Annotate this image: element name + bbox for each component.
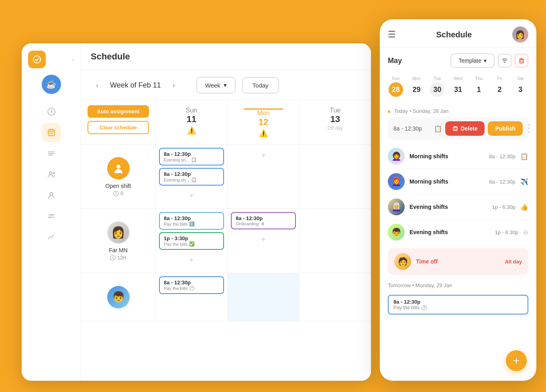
fab-icon: + — [513, 354, 520, 367]
cal-day-num-sun: 28 — [389, 82, 403, 97]
cal-day-num-fri: 2 — [492, 82, 507, 97]
shift-icon-3: 👍 — [520, 203, 528, 211]
shift-avatar-3: 👩‍🦳 — [388, 198, 405, 215]
tue-off-day-label: Off day — [303, 125, 368, 131]
cal-day-name-mon: Mon — [412, 76, 421, 81]
week-label: Week of Feb 11 — [110, 81, 161, 90]
add-shift-mon-open[interactable]: + — [231, 151, 296, 160]
sidebar-item-reports[interactable] — [42, 102, 61, 121]
trash-button[interactable] — [515, 54, 528, 67]
sidebar-item-analytics[interactable] — [42, 227, 61, 247]
open-shift-hours: 0 — [113, 191, 123, 196]
tue-day-name: Tue — [303, 107, 368, 114]
open-shift-mon-cell: + — [227, 145, 299, 208]
clear-schedule-button[interactable]: Clear schedule — [88, 121, 149, 134]
svg-rect-16 — [453, 127, 457, 131]
schedule-header: Schedule — [81, 43, 371, 70]
sidebar-item-schedule[interactable] — [42, 123, 61, 142]
mobile-menu-icon[interactable]: ☰ — [388, 29, 396, 40]
auto-assignment-button[interactable]: Auto assignment — [88, 105, 149, 118]
cal-day-num-tue: 30 — [430, 82, 444, 97]
shift-list-item-4[interactable]: 👦 Evening shifts 1p - 6:30p ⊖ — [388, 220, 528, 245]
cal-day-num-sat: 3 — [513, 82, 528, 97]
open-shift-avatar — [107, 157, 130, 180]
sidebar-collapse-icon[interactable]: › — [72, 55, 74, 64]
shift-time-1: 8a - 12:30p — [489, 153, 515, 159]
schedule-title: Schedule — [91, 51, 130, 62]
tomorrow-shift-label: Pay the bills 🕐 — [393, 305, 523, 310]
third-employee-mon — [227, 273, 299, 321]
cal-day-thu[interactable]: Thu 1 — [469, 74, 489, 98]
week-view-dropdown[interactable]: Week ▾ — [196, 77, 236, 94]
shift-card-pay-bills-2[interactable]: 1p - 3:30p Pay the bills ✅ — [159, 232, 224, 250]
third-employee-sun: 8a - 12:30p Pay the bills 🕐 — [155, 273, 227, 321]
publish-button[interactable]: Publish — [488, 121, 523, 136]
sidebar-item-settings[interactable] — [42, 206, 61, 226]
cal-day-wed[interactable]: Wed 31 — [448, 74, 468, 98]
third-employee-tue — [299, 273, 371, 321]
dropdown-icon: ▾ — [484, 57, 487, 64]
sidebar-item-team[interactable] — [42, 165, 61, 184]
next-week-button[interactable]: › — [167, 79, 180, 92]
far-mn-sun-cell: 8a - 12:30p Pay the bills ℹ️ 1p - 3:30p … — [155, 209, 227, 273]
shift-list-item-3[interactable]: 👩‍🦳 Evening shifts 1p - 6:30p 👍 — [388, 194, 528, 220]
cal-day-sun[interactable]: Sun 28 — [386, 74, 405, 98]
shift-list-item-2[interactable]: 👩‍🦰 Morning shifts 8a - 12:30p ✈️ — [388, 169, 528, 194]
logo-icon — [28, 51, 46, 68]
shift-card[interactable]: 8a - 12:30p Evening sh... 📋 — [159, 168, 224, 186]
open-shift-name: Open shift — [106, 183, 131, 189]
user-avatar[interactable]: ☕ — [42, 75, 61, 94]
today-button[interactable]: Today — [242, 77, 279, 94]
copy-icon: 📋 — [191, 177, 197, 182]
cal-day-fri[interactable]: Fri 2 — [490, 74, 509, 98]
prev-week-button[interactable]: ‹ — [91, 79, 104, 92]
delete-button[interactable]: Delete — [445, 121, 485, 136]
shift-card-pay-bills-1[interactable]: 8a - 12:30p Pay the bills ℹ️ — [159, 212, 224, 230]
employee-rows: Open shift 0 8a - 12:30p Evening sh... 📋 — [81, 145, 371, 381]
mobile-title: Schedule — [436, 30, 472, 39]
cal-day-num-mon: 29 — [410, 82, 424, 97]
cal-day-tue[interactable]: Tue 30 — [428, 74, 447, 98]
shift-icon-2: ✈️ — [520, 178, 528, 186]
third-employee-avatar: 👦 — [107, 286, 130, 308]
mobile-schedule-panel: ☰ Schedule 👩 May Template ▾ Sun 28 Mon 2… — [380, 19, 536, 381]
cal-day-name-fri: Fri — [497, 76, 502, 81]
add-shift-sun-fmn[interactable]: + — [159, 255, 224, 265]
check-icon: ✅ — [189, 241, 195, 247]
shift-card[interactable]: 8a - 12:30p Evening sh... 📋 — [159, 148, 224, 165]
shift-name-3: Evening shifts — [410, 204, 487, 210]
tomorrow-shift-time: 8a - 12:30p — [393, 299, 523, 305]
shift-time-2: 8a - 12:30p — [489, 179, 515, 185]
template-button[interactable]: Template ▾ — [450, 53, 495, 68]
open-shift-tue-cell — [299, 145, 371, 208]
shift-list-item-1[interactable]: 👩‍🦱 Morning shifts 8a - 12:30p 📋 — [388, 144, 528, 169]
shift-time-3: 1p - 6:30p — [492, 204, 515, 210]
add-shift-mon-fmn[interactable]: + — [231, 235, 296, 244]
shift-avatar-4: 👦 — [388, 224, 405, 241]
cal-day-sat[interactable]: Sat 3 — [511, 74, 530, 98]
main-content: Schedule ‹ Week of Feb 11 › Week ▾ Today… — [81, 43, 371, 381]
tomorrow-shift[interactable]: 8a - 12:30p Pay the bills 🕐 — [388, 292, 528, 318]
third-employee-row: 👦 8a - 12:30p Pay the bills 🕐 — [81, 273, 371, 321]
cal-day-num-thu: 1 — [472, 82, 486, 97]
today-dot — [388, 110, 390, 113]
sidebar-item-list[interactable] — [42, 144, 61, 163]
open-shift-row: Open shift 0 8a - 12:30p Evening sh... 📋 — [81, 145, 371, 209]
shift-card-onboarding[interactable]: 8a - 12:30p Onboarding ⏸ — [231, 212, 296, 229]
fab-add-button[interactable]: + — [506, 350, 527, 371]
day-headers-row: Auto assignment Clear schedule Sun 11 ⚠️… — [81, 100, 371, 145]
shift-time-4: 1p - 6:30p — [495, 229, 518, 235]
sidebar-item-person[interactable] — [42, 186, 61, 205]
filter-button[interactable] — [498, 54, 511, 67]
mobile-user-avatar[interactable]: 👩 — [512, 27, 528, 43]
main-schedule-panel: › ☕ — [22, 43, 371, 381]
add-shift-sun-open[interactable]: + — [159, 191, 224, 200]
shift-card-third[interactable]: 8a - 12:30p Pay the bills 🕐 — [159, 276, 224, 294]
third-employee-info: 👦 — [81, 273, 155, 321]
day-header-tue: Tue 13 Off day — [299, 100, 371, 144]
month-label: May — [388, 57, 402, 65]
far-mn-mon-cell: 8a - 12:30p Onboarding ⏸ + — [227, 209, 299, 273]
day-header-sun: Sun 11 ⚠️ — [155, 100, 227, 144]
dropdown-chevron-icon: ▾ — [224, 82, 227, 89]
cal-day-mon[interactable]: Mon 29 — [407, 74, 426, 98]
